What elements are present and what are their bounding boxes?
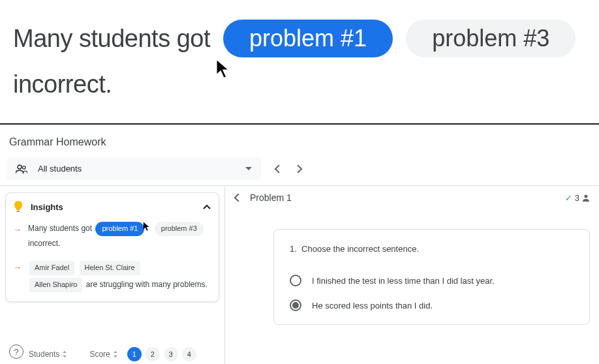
cursor-icon [215, 59, 232, 82]
page-title: Grammar Homework [9, 136, 590, 148]
arrow-icon: → [14, 223, 22, 250]
problem-chip-3[interactable]: problem #3 [155, 222, 204, 236]
lightbulb-icon [14, 201, 23, 213]
option-2[interactable]: He scored less points than I did. [290, 293, 574, 318]
person-icon [582, 194, 590, 202]
nav-arrows [274, 165, 303, 173]
problem-pill-3[interactable]: problem #3 [406, 20, 576, 57]
insight-item-2: → Amir Fadel Helen St. Claire Allen Shap… [14, 260, 211, 294]
insight-text: incorrect. [28, 239, 60, 248]
sort-students[interactable]: Students [29, 350, 67, 359]
page-1[interactable]: 1 [127, 347, 142, 361]
student-chip[interactable]: Helen St. Claire [80, 261, 140, 275]
svg-point-3 [585, 195, 588, 198]
dropdown-label: All students [38, 164, 82, 174]
filter-bar: All students [0, 157, 599, 180]
back-button[interactable] [234, 194, 239, 202]
sidebar: Insights → Many students got problem #1 … [0, 186, 225, 364]
page-3[interactable]: 3 [164, 347, 178, 361]
insights-title: Insights [31, 202, 63, 212]
correct-count: ✓ 3 [565, 193, 590, 203]
help-button[interactable]: ? [9, 344, 23, 359]
problem-title: Problem 1 [250, 192, 292, 203]
insight-item-1: → Many students got problem #1 problem #… [14, 222, 211, 250]
question-text: 1. Choose the incorrect sentence. [290, 244, 574, 254]
radio-unselected [290, 275, 301, 286]
page-4[interactable]: 4 [182, 347, 196, 361]
student-chip[interactable]: Amir Fadel [29, 261, 74, 275]
sort-icon [113, 351, 118, 357]
sort-score[interactable]: Score [89, 350, 117, 359]
chevron-down-icon [245, 167, 252, 171]
chevron-up-icon [203, 204, 211, 209]
pagination: 1 2 3 4 [127, 347, 196, 361]
arrow-icon: → [14, 261, 22, 294]
overlay-text-suffix: incorrect. [13, 70, 586, 99]
option-1[interactable]: I finished the test in less time than I … [290, 268, 574, 293]
svg-point-0 [18, 165, 22, 169]
page-2[interactable]: 2 [146, 347, 160, 361]
overlay-text-prefix: Many students got [13, 25, 210, 53]
people-icon [16, 164, 27, 174]
table-header-row: Students Score 1 2 3 4 [5, 341, 219, 361]
problem-pill-1[interactable]: problem #1 [223, 20, 393, 57]
overlay-banner: Many students got problem #1 problem #3 … [0, 0, 599, 112]
check-icon: ✓ [565, 193, 572, 203]
svg-rect-2 [17, 211, 20, 212]
next-button[interactable] [296, 165, 303, 173]
cursor-icon [143, 222, 151, 237]
problem-panel: Problem 1 ✓ 3 1. Choose the incorrect se… [225, 186, 599, 364]
svg-point-1 [23, 166, 26, 169]
insights-toggle[interactable]: Insights [14, 201, 211, 213]
students-dropdown[interactable]: All students [7, 157, 261, 180]
insight-text: are struggling with many problems. [86, 280, 207, 289]
prev-button[interactable] [274, 165, 281, 173]
problem-chip-1[interactable]: problem #1 [95, 222, 144, 236]
app-header: Grammar Homework [0, 125, 599, 157]
sort-icon [62, 351, 67, 357]
radio-selected [290, 299, 301, 311]
question-card: 1. Choose the incorrect sentence. I fini… [273, 229, 590, 325]
insights-card: Insights → Many students got problem #1 … [5, 192, 219, 302]
insight-text: Many students got [28, 224, 92, 233]
student-chip[interactable]: Allen Shapiro [29, 278, 82, 292]
